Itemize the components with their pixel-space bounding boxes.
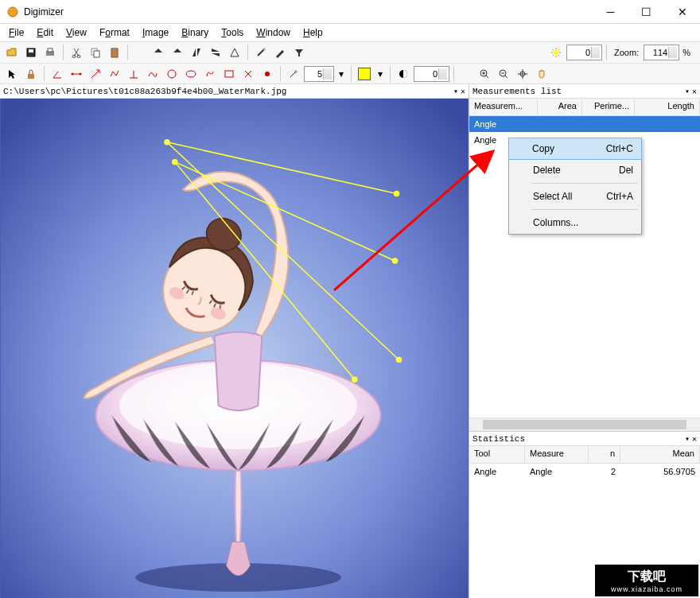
circle-tool-icon[interactable] <box>163 65 181 83</box>
menu-help[interactable]: Help <box>298 25 329 40</box>
window-title: Digimizer <box>24 6 593 17</box>
wand-icon[interactable] <box>252 44 270 61</box>
panel-close-icon[interactable]: ✕ <box>461 87 465 96</box>
dropdown-icon[interactable]: ▾ <box>336 65 347 83</box>
panel-close-icon[interactable]: ✕ <box>692 434 697 444</box>
col-measurement[interactable]: Measurem... <box>469 99 538 115</box>
image-canvas[interactable] <box>0 99 469 598</box>
col-length[interactable]: Length <box>635 99 700 115</box>
table-row[interactable]: Angle Angle 2 56.9705 <box>469 464 700 480</box>
menu-view[interactable]: View <box>60 25 92 40</box>
zoom-out-icon[interactable] <box>495 65 512 83</box>
panel-close-icon[interactable]: ✕ <box>692 87 697 96</box>
menubar: File Edit View Format Image Binary Tools… <box>0 24 700 41</box>
perp-tool-icon[interactable] <box>125 65 142 83</box>
lock-icon[interactable] <box>22 65 40 83</box>
zoom-in-icon[interactable] <box>476 65 493 83</box>
svg-point-0 <box>8 7 18 17</box>
angle-tool-icon[interactable] <box>49 65 66 83</box>
print-icon[interactable] <box>41 44 59 61</box>
panel-menu-icon[interactable]: ▾ <box>685 87 690 96</box>
svg-rect-2 <box>29 49 33 52</box>
svg-rect-10 <box>113 48 116 50</box>
ctx-columns[interactable]: Columns... <box>509 212 641 234</box>
cross-tool-icon[interactable] <box>239 65 257 83</box>
line-width-input[interactable]: 5 <box>304 66 334 82</box>
toolbar-row-1: 0 Zoom: 114 % <box>0 42 700 63</box>
col-area[interactable]: Area <box>538 99 582 115</box>
open-icon[interactable] <box>3 44 21 61</box>
cut-icon[interactable] <box>68 44 85 61</box>
maximize-button[interactable]: ☐ <box>628 0 664 23</box>
dropdown-icon[interactable]: ▾ <box>375 65 386 83</box>
brightness-icon[interactable] <box>547 44 565 61</box>
panel-menu-icon[interactable]: ▾ <box>453 87 458 96</box>
menu-window[interactable]: Window <box>251 25 296 40</box>
app-icon <box>6 6 19 18</box>
svg-point-14 <box>80 72 82 75</box>
ballerina-image <box>0 99 469 598</box>
titlebar: Digimizer ─ ☐ ✕ <box>0 0 700 24</box>
rect-tool-icon[interactable] <box>220 65 238 83</box>
contrast-icon[interactable] <box>395 65 412 83</box>
col-tool[interactable]: Tool <box>469 446 525 463</box>
menu-image[interactable]: Image <box>137 25 174 40</box>
ctx-delete[interactable]: Delete Del <box>509 159 641 181</box>
pen-icon[interactable] <box>271 44 289 61</box>
line-tool-icon[interactable] <box>68 65 85 83</box>
col-perimeter[interactable]: Perime... <box>582 99 635 115</box>
flip-h-icon[interactable] <box>188 44 205 61</box>
ctx-separator <box>531 183 638 184</box>
panel-menu-icon[interactable]: ▾ <box>685 434 690 444</box>
svg-point-13 <box>72 72 74 75</box>
menu-tools[interactable]: Tools <box>216 25 249 40</box>
table-row[interactable]: Angle <box>469 116 700 132</box>
context-menu: Copy Ctrl+C Delete Del Select All Ctrl+A… <box>508 138 642 235</box>
rotate-left-icon[interactable] <box>150 44 167 61</box>
ctx-select-all[interactable]: Select All Ctrl+A <box>509 185 641 208</box>
ellipse-tool-icon[interactable] <box>182 65 200 83</box>
path-tool-icon[interactable] <box>144 65 161 83</box>
menu-format[interactable]: Format <box>94 25 135 40</box>
statistics-columns: Tool Measure n Mean <box>469 446 700 464</box>
arrow-tool-icon[interactable] <box>87 65 104 83</box>
zoom-input[interactable]: 114 <box>644 45 679 60</box>
freehand-tool-icon[interactable] <box>201 65 219 83</box>
magic-wand-icon[interactable] <box>285 65 302 83</box>
rotate-icon[interactable] <box>226 44 243 61</box>
menu-edit[interactable]: Edit <box>31 25 59 40</box>
menu-file[interactable]: File <box>3 25 29 40</box>
flip-v-icon[interactable] <box>207 44 224 61</box>
minimize-button[interactable]: ─ <box>593 0 628 23</box>
close-button[interactable]: ✕ <box>664 0 700 23</box>
svg-point-36 <box>352 377 357 382</box>
image-panel: C:\Users\pc\Pictures\t01c88a263b9f4e4b00… <box>0 84 469 598</box>
ctx-separator <box>531 209 638 210</box>
rotate-right-icon[interactable] <box>169 44 186 61</box>
col-n[interactable]: n <box>589 446 620 463</box>
watermark: 下载吧 www.xiazaiba.com <box>595 565 698 596</box>
point-tool-icon[interactable] <box>259 65 276 83</box>
measurements-columns: Measurem... Area Perime... Length <box>469 99 700 116</box>
save-icon[interactable] <box>22 44 40 61</box>
paste-icon[interactable] <box>106 44 123 61</box>
svg-rect-12 <box>28 74 34 79</box>
hand-icon[interactable] <box>533 65 550 83</box>
copy-icon[interactable] <box>87 44 104 61</box>
statistics-header: Statistics ▾ ✕ <box>469 432 700 446</box>
crosshair-icon[interactable] <box>514 65 531 83</box>
filter-icon[interactable] <box>290 44 308 61</box>
col-mean[interactable]: Mean <box>620 446 700 463</box>
menu-binary[interactable]: Binary <box>176 25 214 40</box>
ctx-copy[interactable]: Copy Ctrl+C <box>508 138 642 160</box>
svg-point-18 <box>265 72 270 76</box>
svg-point-33 <box>395 191 399 196</box>
svg-rect-17 <box>225 71 233 77</box>
contrast-input[interactable]: 0 <box>414 66 449 82</box>
brightness-input[interactable]: 0 <box>566 45 602 60</box>
fill-color-button[interactable] <box>356 65 373 83</box>
col-measure[interactable]: Measure <box>525 446 589 463</box>
measurements-hscrollbar[interactable] <box>469 417 700 431</box>
pointer-icon[interactable] <box>3 65 21 83</box>
polyline-tool-icon[interactable] <box>106 65 123 83</box>
